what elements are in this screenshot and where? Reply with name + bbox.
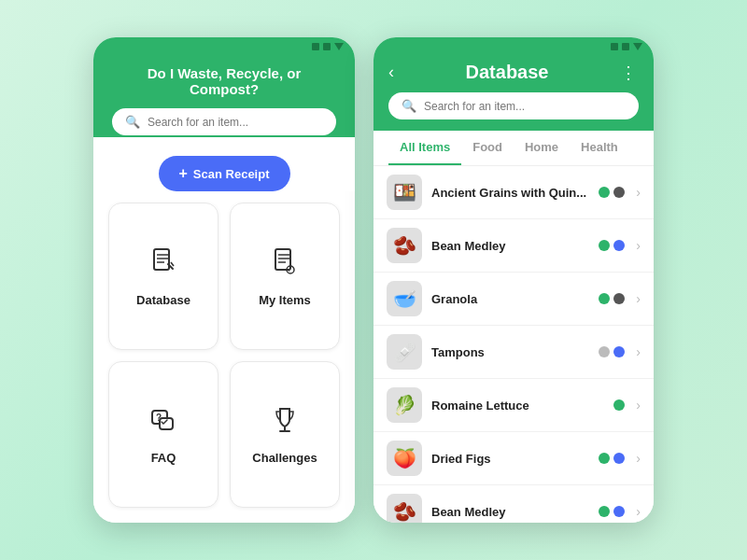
green-dot (599, 240, 610, 251)
chevron-right-icon: › (636, 398, 641, 413)
left-status-bar (93, 37, 355, 54)
challenges-icon (268, 403, 302, 443)
item-name: Bean Medley (431, 505, 589, 519)
r-status-triangle (633, 43, 642, 50)
svg-line-5 (171, 262, 174, 266)
faq-label: FAQ (151, 451, 176, 465)
green-dot (599, 293, 610, 304)
svg-rect-14 (160, 418, 173, 429)
svg-line-11 (289, 270, 289, 271)
right-phone: ‹ Database ⋮ 🔍 All Items Food Home Healt… (374, 37, 654, 523)
scan-receipt-label: Scan Receipt (193, 167, 270, 181)
r-status-square1 (611, 43, 618, 50)
list-item[interactable]: 🩹Tampons› (374, 326, 654, 379)
item-dots (599, 346, 625, 357)
item-name: Bean Medley (431, 239, 589, 253)
menu-item-database[interactable]: Database (108, 203, 218, 350)
green-dot (599, 187, 610, 198)
item-name: Tampons (431, 345, 589, 359)
my-items-icon (268, 245, 302, 286)
item-thumbnail: 🩹 (387, 334, 422, 370)
chevron-right-icon: › (636, 344, 641, 359)
item-name: Ancient Grains with Quin... (431, 186, 589, 200)
blue-dot (613, 506, 625, 517)
right-search-input[interactable] (424, 100, 626, 113)
list-item[interactable]: 🥣Granola› (374, 273, 654, 326)
item-name: Romaine Lettuce (431, 399, 604, 413)
chevron-right-icon: › (636, 238, 641, 253)
green-dot (599, 453, 610, 464)
tabs-bar: All Items Food Home Health (374, 131, 654, 166)
status-square1 (312, 43, 319, 50)
blue-dot (613, 453, 625, 464)
right-header: ‹ Database ⋮ 🔍 (374, 54, 654, 131)
chevron-right-icon: › (636, 504, 641, 519)
item-dots (599, 240, 625, 251)
chevron-right-icon: › (636, 291, 641, 306)
green-dot (613, 399, 625, 411)
tab-home[interactable]: Home (514, 131, 570, 165)
my-items-label: My Items (259, 293, 311, 307)
item-thumbnail: 🫘 (387, 228, 422, 263)
green-dot (599, 506, 610, 517)
menu-grid: Database My Items ? (93, 191, 355, 523)
r-status-square2 (622, 43, 629, 50)
left-search-bar[interactable]: 🔍 (112, 108, 336, 135)
items-list: 🍱Ancient Grains with Quin...›🫘Bean Medle… (374, 166, 654, 523)
item-name: Dried Figs (431, 452, 589, 466)
item-dots (599, 453, 625, 464)
scan-receipt-button[interactable]: + Scan Receipt (159, 156, 290, 191)
item-dots (599, 506, 625, 517)
right-header-top: ‹ Database ⋮ (388, 62, 639, 83)
chevron-right-icon: › (636, 451, 641, 466)
plus-icon: + (179, 165, 188, 182)
list-item[interactable]: 🥬Romaine Lettuce› (374, 379, 654, 432)
list-item[interactable]: 🍱Ancient Grains with Quin...› (374, 166, 654, 219)
item-thumbnail: 🥬 (387, 387, 422, 423)
list-item[interactable]: 🫘Bean Medley› (374, 485, 654, 523)
item-name: Granola (431, 292, 589, 306)
dark-dot (613, 293, 625, 304)
blue-dot (613, 346, 625, 357)
database-icon (147, 245, 180, 286)
dark-dot (613, 187, 625, 198)
menu-item-challenges[interactable]: Challenges (230, 361, 340, 509)
svg-rect-0 (154, 249, 169, 270)
challenges-label: Challenges (252, 451, 317, 465)
status-square2 (323, 43, 331, 50)
faq-icon: ? (147, 403, 180, 443)
database-title: Database (466, 62, 549, 83)
item-thumbnail: 🫘 (387, 494, 422, 523)
tab-health[interactable]: Health (570, 131, 629, 165)
list-item[interactable]: 🫘Bean Medley› (374, 219, 654, 273)
back-button[interactable]: ‹ (388, 63, 394, 82)
right-search-bar[interactable]: 🔍 (388, 92, 639, 119)
search-icon: 🔍 (125, 115, 140, 129)
blue-dot (613, 240, 625, 251)
tab-food[interactable]: Food (461, 131, 514, 165)
item-thumbnail: 🥣 (387, 281, 422, 316)
list-item[interactable]: 🍑Dried Figs› (374, 432, 654, 485)
menu-item-faq[interactable]: ? FAQ (108, 361, 218, 509)
database-label: Database (136, 293, 190, 307)
app-title: Do I Waste, Recycle, or Compost? (112, 65, 336, 97)
item-thumbnail: 🍱 (387, 175, 422, 210)
item-dots (599, 187, 625, 198)
gray-dot (599, 346, 610, 357)
scan-btn-container: + Scan Receipt (93, 137, 355, 191)
tab-all-items[interactable]: All Items (388, 131, 461, 165)
left-phone: Do I Waste, Recycle, or Compost? 🔍 + Sca… (93, 37, 355, 523)
right-search-icon: 🔍 (402, 99, 416, 113)
item-thumbnail: 🍑 (387, 441, 422, 476)
left-search-input[interactable] (148, 116, 323, 129)
chevron-right-icon: › (636, 185, 641, 200)
right-status-bar (374, 37, 654, 54)
menu-item-my-items[interactable]: My Items (230, 203, 340, 350)
status-triangle (334, 43, 344, 50)
item-dots (613, 399, 625, 411)
more-menu-button[interactable]: ⋮ (620, 63, 639, 83)
item-dots (599, 293, 625, 304)
